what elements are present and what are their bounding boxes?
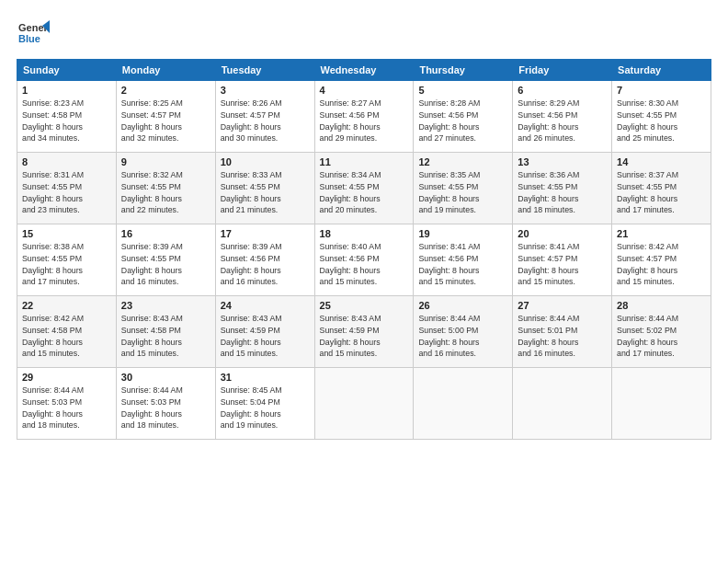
day-info: Sunrise: 8:41 AMSunset: 4:57 PMDaylight:… — [518, 241, 607, 288]
calendar-cell: 10Sunrise: 8:33 AMSunset: 4:55 PMDayligh… — [215, 153, 314, 224]
day-info: Sunrise: 8:42 AMSunset: 4:58 PMDaylight:… — [22, 313, 111, 360]
header: General Blue — [17, 17, 711, 50]
day-number: 21 — [617, 228, 706, 239]
day-number: 19 — [418, 228, 507, 239]
calendar-cell: 2Sunrise: 8:25 AMSunset: 4:57 PMDaylight… — [116, 81, 215, 153]
calendar-cell — [314, 368, 414, 440]
calendar-cell: 4Sunrise: 8:27 AMSunset: 4:56 PMDaylight… — [314, 81, 414, 153]
day-number: 5 — [418, 85, 507, 96]
day-number: 17 — [221, 228, 310, 239]
calendar-cell: 11Sunrise: 8:34 AMSunset: 4:55 PMDayligh… — [314, 153, 414, 224]
col-header-wednesday: Wednesday — [314, 60, 414, 81]
day-number: 25 — [320, 300, 409, 311]
day-number: 7 — [617, 85, 706, 96]
calendar-cell: 12Sunrise: 8:35 AMSunset: 4:55 PMDayligh… — [414, 153, 513, 224]
day-number: 27 — [518, 300, 607, 311]
day-info: Sunrise: 8:41 AMSunset: 4:56 PMDaylight:… — [418, 241, 507, 288]
day-number: 22 — [22, 300, 111, 311]
day-number: 18 — [320, 228, 409, 239]
calendar-cell: 18Sunrise: 8:40 AMSunset: 4:56 PMDayligh… — [314, 224, 414, 296]
day-number: 29 — [22, 372, 111, 383]
day-info: Sunrise: 8:43 AMSunset: 4:58 PMDaylight:… — [121, 313, 210, 360]
logo-icon: General Blue — [17, 17, 50, 50]
logo: General Blue — [17, 17, 50, 50]
col-header-tuesday: Tuesday — [215, 60, 314, 81]
day-info: Sunrise: 8:44 AMSunset: 5:00 PMDaylight:… — [418, 313, 507, 360]
calendar-cell: 8Sunrise: 8:31 AMSunset: 4:55 PMDaylight… — [17, 153, 117, 224]
day-info: Sunrise: 8:44 AMSunset: 5:02 PMDaylight:… — [617, 313, 706, 360]
day-number: 12 — [418, 156, 507, 167]
calendar-cell: 22Sunrise: 8:42 AMSunset: 4:58 PMDayligh… — [17, 296, 117, 368]
calendar-cell: 24Sunrise: 8:43 AMSunset: 4:59 PMDayligh… — [215, 296, 314, 368]
day-number: 31 — [221, 372, 310, 383]
day-info: Sunrise: 8:30 AMSunset: 4:55 PMDaylight:… — [617, 98, 706, 144]
day-number: 6 — [518, 85, 607, 96]
day-number: 10 — [221, 156, 310, 167]
col-header-saturday: Saturday — [612, 60, 711, 81]
page: General Blue SundayMondayTuesdayWednesda… — [0, 0, 728, 449]
calendar-cell: 15Sunrise: 8:38 AMSunset: 4:55 PMDayligh… — [17, 224, 117, 296]
day-number: 15 — [22, 228, 111, 239]
day-number: 24 — [221, 300, 310, 311]
day-info: Sunrise: 8:43 AMSunset: 4:59 PMDaylight:… — [320, 313, 409, 360]
day-number: 11 — [320, 156, 409, 167]
day-info: Sunrise: 8:25 AMSunset: 4:57 PMDaylight:… — [121, 98, 210, 144]
day-info: Sunrise: 8:31 AMSunset: 4:55 PMDaylight:… — [22, 169, 111, 216]
calendar-table: SundayMondayTuesdayWednesdayThursdayFrid… — [17, 59, 711, 440]
calendar-cell: 13Sunrise: 8:36 AMSunset: 4:55 PMDayligh… — [513, 153, 612, 224]
calendar-cell: 7Sunrise: 8:30 AMSunset: 4:55 PMDaylight… — [612, 81, 711, 153]
day-info: Sunrise: 8:44 AMSunset: 5:03 PMDaylight:… — [121, 385, 210, 431]
calendar-cell: 28Sunrise: 8:44 AMSunset: 5:02 PMDayligh… — [612, 296, 711, 368]
day-info: Sunrise: 8:34 AMSunset: 4:55 PMDaylight:… — [320, 169, 409, 216]
day-info: Sunrise: 8:36 AMSunset: 4:55 PMDaylight:… — [518, 169, 607, 216]
calendar-cell: 3Sunrise: 8:26 AMSunset: 4:57 PMDaylight… — [215, 81, 314, 153]
calendar-cell — [612, 368, 711, 440]
day-info: Sunrise: 8:43 AMSunset: 4:59 PMDaylight:… — [221, 313, 310, 360]
day-info: Sunrise: 8:35 AMSunset: 4:55 PMDaylight:… — [418, 169, 507, 216]
calendar-cell: 31Sunrise: 8:45 AMSunset: 5:04 PMDayligh… — [215, 368, 314, 440]
day-info: Sunrise: 8:37 AMSunset: 4:55 PMDaylight:… — [617, 169, 706, 216]
header-row: SundayMondayTuesdayWednesdayThursdayFrid… — [17, 60, 711, 81]
day-number: 3 — [221, 85, 310, 96]
day-info: Sunrise: 8:39 AMSunset: 4:56 PMDaylight:… — [221, 241, 310, 288]
day-info: Sunrise: 8:44 AMSunset: 5:03 PMDaylight:… — [22, 385, 111, 431]
day-info: Sunrise: 8:33 AMSunset: 4:55 PMDaylight:… — [221, 169, 310, 216]
day-number: 14 — [617, 156, 706, 167]
calendar-cell: 9Sunrise: 8:32 AMSunset: 4:55 PMDaylight… — [116, 153, 215, 224]
calendar-cell: 1Sunrise: 8:23 AMSunset: 4:58 PMDaylight… — [17, 81, 117, 153]
calendar-cell: 25Sunrise: 8:43 AMSunset: 4:59 PMDayligh… — [314, 296, 414, 368]
day-number: 2 — [121, 85, 210, 96]
day-info: Sunrise: 8:38 AMSunset: 4:55 PMDaylight:… — [22, 241, 111, 288]
week-row-1: 1Sunrise: 8:23 AMSunset: 4:58 PMDaylight… — [17, 81, 711, 153]
day-info: Sunrise: 8:45 AMSunset: 5:04 PMDaylight:… — [221, 385, 310, 431]
day-info: Sunrise: 8:44 AMSunset: 5:01 PMDaylight:… — [518, 313, 607, 360]
day-info: Sunrise: 8:28 AMSunset: 4:56 PMDaylight:… — [418, 98, 507, 144]
calendar-cell: 30Sunrise: 8:44 AMSunset: 5:03 PMDayligh… — [116, 368, 215, 440]
calendar-cell — [513, 368, 612, 440]
day-number: 16 — [121, 228, 210, 239]
calendar-cell: 5Sunrise: 8:28 AMSunset: 4:56 PMDaylight… — [414, 81, 513, 153]
day-info: Sunrise: 8:27 AMSunset: 4:56 PMDaylight:… — [320, 98, 409, 144]
week-row-3: 15Sunrise: 8:38 AMSunset: 4:55 PMDayligh… — [17, 224, 711, 296]
day-number: 1 — [22, 85, 111, 96]
calendar-cell: 6Sunrise: 8:29 AMSunset: 4:56 PMDaylight… — [513, 81, 612, 153]
day-info: Sunrise: 8:40 AMSunset: 4:56 PMDaylight:… — [320, 241, 409, 288]
calendar-cell: 17Sunrise: 8:39 AMSunset: 4:56 PMDayligh… — [215, 224, 314, 296]
calendar-cell: 20Sunrise: 8:41 AMSunset: 4:57 PMDayligh… — [513, 224, 612, 296]
calendar-cell: 23Sunrise: 8:43 AMSunset: 4:58 PMDayligh… — [116, 296, 215, 368]
col-header-thursday: Thursday — [414, 60, 513, 81]
day-info: Sunrise: 8:32 AMSunset: 4:55 PMDaylight:… — [121, 169, 210, 216]
day-number: 23 — [121, 300, 210, 311]
svg-text:Blue: Blue — [18, 33, 40, 44]
calendar-cell: 19Sunrise: 8:41 AMSunset: 4:56 PMDayligh… — [414, 224, 513, 296]
calendar-cell: 26Sunrise: 8:44 AMSunset: 5:00 PMDayligh… — [414, 296, 513, 368]
col-header-sunday: Sunday — [17, 60, 117, 81]
day-info: Sunrise: 8:29 AMSunset: 4:56 PMDaylight:… — [518, 98, 607, 144]
day-info: Sunrise: 8:23 AMSunset: 4:58 PMDaylight:… — [22, 98, 111, 144]
week-row-2: 8Sunrise: 8:31 AMSunset: 4:55 PMDaylight… — [17, 153, 711, 224]
calendar-cell: 14Sunrise: 8:37 AMSunset: 4:55 PMDayligh… — [612, 153, 711, 224]
col-header-friday: Friday — [513, 60, 612, 81]
calendar-cell: 21Sunrise: 8:42 AMSunset: 4:57 PMDayligh… — [612, 224, 711, 296]
day-info: Sunrise: 8:39 AMSunset: 4:55 PMDaylight:… — [121, 241, 210, 288]
calendar-cell — [414, 368, 513, 440]
